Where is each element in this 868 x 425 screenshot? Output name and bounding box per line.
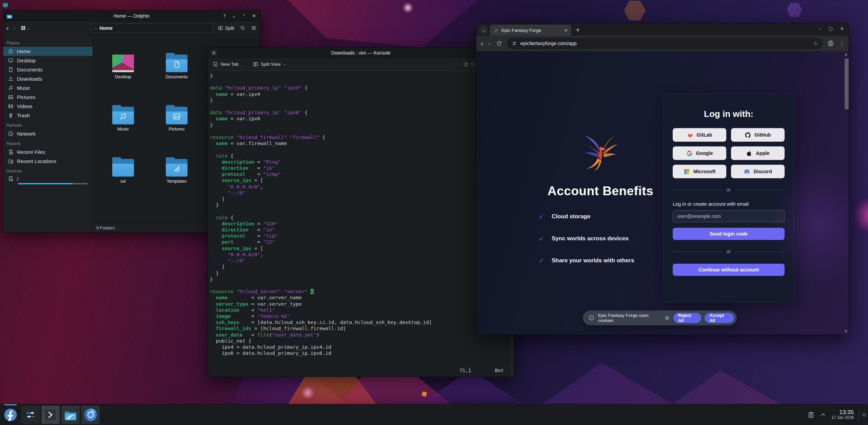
task-dolphin[interactable] (61, 406, 80, 424)
folder-item-music[interactable]: Music (101, 107, 145, 131)
konsole-window: Downloads : vim — Konsole New Tab ⌄ Spli… (208, 47, 514, 377)
sidebar-item-pictures[interactable]: Pictures (3, 93, 93, 102)
system-settings-icon (24, 408, 37, 422)
url-bar[interactable]: epicfantasyforge.com/app ☆ (507, 38, 823, 49)
remote-section-label: Remote (3, 120, 93, 129)
minimize-button[interactable]: ⌄ (232, 13, 236, 19)
task-konsole[interactable] (41, 406, 60, 424)
desktop-widget-monitor-icon[interactable] (2, 2, 9, 9)
login-discord-button[interactable]: Discord (731, 165, 785, 178)
forward-button[interactable]: › (13, 24, 15, 32)
folder-count: 9 Folders (96, 225, 115, 230)
vim-cursor-position: 71,1 (459, 368, 471, 373)
show-desktop-button[interactable] (859, 408, 866, 422)
sidebar-item-recent-files[interactable]: Recent Files (3, 147, 93, 157)
recent-section-label: Recent (3, 138, 93, 147)
sidebar-item-root-device[interactable]: / (3, 175, 93, 182)
folder-item-documents[interactable]: Documents (155, 55, 199, 79)
folder-item-pictures[interactable]: Pictures (155, 107, 199, 131)
breadcrumb-home[interactable]: Home (99, 25, 113, 31)
cookie-settings-gear-icon[interactable] (664, 315, 670, 321)
tab-close-icon[interactable]: ✕ (564, 28, 568, 33)
document-icon (8, 67, 14, 73)
new-tab-button[interactable]: + (573, 25, 582, 34)
login-page: Account Benefits ✓ Cloud storage ✓ Sync … (476, 51, 849, 335)
split-button[interactable]: Split (218, 25, 234, 31)
digital-clock[interactable]: 13:35 17 Jan 2026 (831, 409, 854, 420)
task-chromium[interactable] (81, 406, 100, 424)
login-github-button[interactable]: GitHub (731, 128, 785, 142)
browser-window: ⌄ Epic Fantasy Forge ✕ + – ▢ ✕ ‹ › epicf… (476, 23, 849, 335)
folder-item-templates[interactable]: Templates (155, 159, 199, 184)
tab-epic-fantasy-forge[interactable]: Epic Fantasy Forge ✕ (490, 25, 571, 36)
sidebar-item-desktop[interactable]: Desktop (3, 56, 93, 65)
tab-search-button[interactable]: ⌄ (479, 25, 488, 34)
clipboard-tray-icon[interactable] (808, 411, 814, 418)
task-system-settings[interactable] (21, 406, 40, 424)
sidebar-item-trash[interactable]: Trash (3, 111, 93, 120)
maximize-button[interactable]: ⌃ (242, 13, 246, 19)
phoenix-favicon (493, 27, 499, 33)
split-icon (218, 25, 223, 31)
sidebar-item-network[interactable]: Network (3, 129, 93, 138)
send-login-code-button[interactable]: Send login code (673, 228, 785, 240)
sidebar-item-recent-locations[interactable]: Recent Locations (3, 157, 93, 166)
breadcrumb[interactable]: › Home (91, 23, 213, 33)
benefit-item: ✓ Cloud storage (539, 213, 672, 220)
checkmark-icon: ✓ (539, 213, 544, 220)
maximize-button[interactable]: ▢ (829, 26, 833, 31)
breadcrumb-arrow-icon: › (95, 25, 97, 31)
close-button[interactable]: ✕ (252, 13, 256, 19)
search-icon[interactable] (240, 25, 245, 31)
back-button[interactable]: ‹ (480, 39, 484, 48)
chevron-down-icon: ⌄ (27, 26, 31, 31)
back-button[interactable]: ‹ (6, 24, 8, 32)
music-icon (8, 85, 14, 91)
konsole-titlebar[interactable]: Downloads : vim — Konsole (208, 48, 514, 58)
dolphin-icon (64, 408, 77, 422)
google-icon (686, 150, 693, 157)
login-google-button[interactable]: Google (673, 146, 726, 160)
sidebar-item-home[interactable]: Home (3, 47, 93, 56)
dolphin-toolbar: ‹ › ⌄ › Home Split (3, 21, 260, 35)
forward-button[interactable]: › (488, 39, 491, 48)
view-mode-button[interactable]: ⌄ (20, 25, 31, 31)
site-settings-icon[interactable] (512, 41, 517, 46)
apple-icon (746, 150, 752, 157)
login-apple-button[interactable]: Apple (731, 146, 785, 160)
sidebar-item-downloads[interactable]: Downloads (3, 74, 93, 83)
continue-without-account-button[interactable]: Continue without account (673, 264, 785, 276)
reject-all-button[interactable]: Reject All (673, 313, 702, 323)
reload-button[interactable] (496, 40, 502, 46)
dolphin-places-panel: Places Home Desktop Documents Downloads … (3, 35, 93, 232)
bookmark-star-icon[interactable]: ☆ (813, 40, 818, 46)
login-microsoft-button[interactable]: Microsoft (673, 165, 726, 178)
checkmark-icon: ✓ (539, 257, 544, 264)
email-field[interactable] (673, 210, 785, 222)
desktop-icon (8, 58, 14, 63)
new-tab-button[interactable]: New Tab ⌄ (213, 61, 244, 68)
login-gitlab-button[interactable]: GitLab (673, 128, 726, 142)
sidebar-item-music[interactable]: Music (3, 83, 93, 93)
close-button[interactable]: ✕ (840, 26, 844, 31)
download-icon (8, 76, 14, 82)
minimize-button[interactable]: – (819, 26, 821, 31)
terminal-vim-buffer[interactable]: } data "hcloud_primary_ip" "ipv4" { name… (208, 71, 514, 377)
network-icon (8, 131, 14, 137)
application-launcher-button[interactable] (1, 406, 20, 424)
url-text[interactable]: epicfantasyforge.com/app (520, 41, 577, 46)
folder-item-ssl[interactable]: ssl (101, 159, 145, 184)
tray-expander-chevron-icon[interactable] (820, 412, 826, 418)
folder-item-desktop[interactable]: Desktop (101, 55, 145, 79)
hamburger-menu-icon[interactable] (251, 25, 257, 31)
konsole-window-title: Downloads : vim — Konsole (208, 50, 514, 56)
browser-menu-button[interactable]: ⋮ (839, 40, 845, 47)
accept-all-button[interactable]: Accept All (705, 313, 734, 323)
dolphin-titlebar[interactable]: Home — Dolphin ? ⌄ ⌃ ✕ (3, 11, 260, 21)
help-button[interactable]: ? (223, 13, 225, 19)
profile-button[interactable] (827, 40, 834, 47)
sidebar-item-documents[interactable]: Documents (3, 65, 93, 74)
sidebar-item-videos[interactable]: Videos (3, 102, 93, 111)
split-view-button[interactable]: Split View ⌄ (253, 61, 286, 67)
page-scrollbar[interactable]: ▲ ▼ (844, 53, 848, 333)
